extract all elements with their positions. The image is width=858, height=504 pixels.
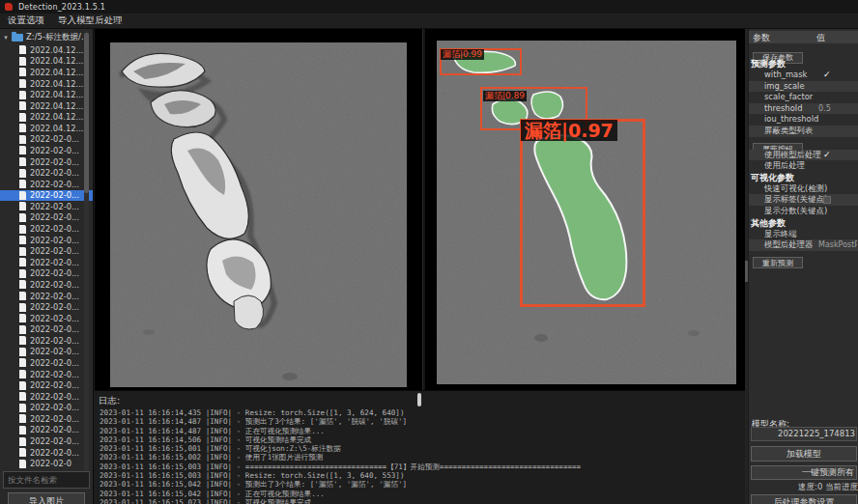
splitter-grip[interactable] (417, 393, 421, 406)
tree-item[interactable]: 2022.04.12... (0, 78, 94, 90)
chevron-down-icon[interactable]: ▾ (2, 34, 10, 42)
tree-item[interactable]: 2022-02-0... (0, 279, 94, 291)
tree-item-label: 2022.04.12... (30, 124, 83, 133)
menu-import-model-postprocess[interactable]: 导入模型后处理 (58, 14, 123, 27)
tree-root[interactable]: ▾ Z:/5-标注数据/... (0, 32, 94, 43)
file-icon (19, 303, 26, 312)
tree-item[interactable]: 2022-02-0... (0, 425, 94, 436)
file-icon (19, 348, 26, 356)
param-row[interactable]: 显示分数(关键点) (749, 206, 858, 217)
tree-scrollbar-thumb[interactable] (84, 33, 89, 193)
tree-item[interactable]: 2022-02-0... (0, 313, 94, 324)
tree-item[interactable]: 2022-02-0... (0, 235, 94, 246)
param-row[interactable]: 使用后处理 (749, 160, 858, 172)
log-line: 2023-01-11 16:16:15,001 |INFO| - 可视化json… (100, 444, 741, 453)
checkmark-icon[interactable]: ✓ (823, 70, 831, 81)
tree-item[interactable]: 2022.04.12... (0, 123, 94, 134)
search-input[interactable] (3, 471, 90, 489)
tree-item[interactable]: 2022-02-0... (0, 335, 94, 347)
param-row[interactable]: img_scale (749, 81, 858, 93)
param-row[interactable]: with_mask✓ (749, 70, 858, 81)
tree-item[interactable]: 2022-02-0... (0, 268, 94, 280)
checkbox-unchecked[interactable] (823, 196, 831, 204)
param-name: threshold (764, 103, 802, 113)
tree-item[interactable]: 2022-02-0... (0, 323, 94, 335)
param-row[interactable]: threshold0.5 (749, 103, 858, 115)
tree-item[interactable]: 2022-02-0... (0, 190, 94, 202)
tree-item[interactable]: 2022-02-0... (0, 301, 94, 313)
param-row[interactable]: 快速可视化(检测) (749, 183, 858, 195)
tree-item[interactable]: 2022-02-0... (0, 357, 94, 369)
tree-item[interactable]: 2022-02-0... (0, 291, 94, 302)
file-icon (19, 258, 26, 266)
checkmark-icon[interactable]: ✓ (823, 150, 831, 161)
file-icon (19, 57, 26, 66)
file-icon (19, 191, 26, 200)
predict-all-button[interactable]: 一键预测所有 (751, 465, 857, 480)
file-icon (19, 157, 26, 166)
tree-item[interactable]: 2022.04.12... (0, 44, 94, 56)
postprocess-settings-button[interactable]: 后处理参数设置 (751, 494, 857, 504)
params-button[interactable]: 重新预测 (753, 257, 803, 268)
menu-settings[interactable]: 设置选项 (8, 14, 44, 27)
tree-item[interactable]: 2022-02-0... (0, 403, 94, 414)
param-row[interactable]: 模型后处理器MaskPostPro (749, 239, 858, 251)
file-icon (19, 314, 26, 322)
tree-item-label: 2022-02-0... (30, 190, 79, 200)
prediction-image[interactable]: 漏箔|0.99 漏箔|0.89 漏箔|0.97 (437, 41, 736, 384)
panel-scrollbar-thumb[interactable] (745, 261, 748, 282)
log-line: 2023-01-11 16:16:14,487 |INFO| - 预测出了3个结… (100, 417, 741, 426)
model-name-field[interactable]: 20221225_174813 (751, 427, 857, 441)
tree-item[interactable]: 2022-02-0... (0, 413, 94, 425)
file-icon (19, 381, 26, 390)
tree-item[interactable]: 2022-02-0... (0, 167, 94, 179)
tree-item[interactable]: 2022-02-0... (0, 156, 94, 168)
tree-item-label: 2022.04.12... (30, 90, 83, 99)
file-icon (19, 247, 26, 256)
tree-item-label: 2022.04.12... (30, 68, 83, 77)
image-splitter[interactable] (422, 29, 425, 390)
tree-item[interactable]: 2022-02-0... (0, 391, 94, 403)
tree-item[interactable]: 2022-02-0... (0, 179, 94, 190)
tree-item[interactable]: 2022-02-0... (0, 134, 94, 146)
tree-item[interactable]: 2022-02-0... (0, 347, 94, 358)
file-icon (19, 202, 26, 210)
tree-item[interactable]: 2022-02-0... (0, 245, 94, 257)
param-row[interactable]: 显示终端 (749, 229, 858, 240)
panel-scrollbar[interactable] (745, 29, 748, 504)
tree-item[interactable]: 2022.04.12... (0, 56, 94, 68)
tree-item[interactable]: 2022-02-0... (0, 257, 94, 268)
param-row[interactable]: iou_threshold (749, 114, 858, 126)
param-row[interactable]: 使用模型后处理✓ (749, 150, 858, 161)
tree-scrollbar[interactable] (84, 31, 89, 471)
tree-item-label: 2022-02-0... (30, 425, 79, 434)
import-images-button[interactable]: 导入图片 (8, 492, 85, 504)
tree-item[interactable]: 2022-02-0... (0, 201, 94, 212)
tree-item[interactable]: 2022-02-0... (0, 447, 94, 459)
tree-item-label: 2022-02-0... (30, 180, 79, 189)
param-row[interactable]: 显示标签(关键点) (749, 194, 858, 206)
file-icon (19, 213, 26, 222)
load-model-button[interactable]: 加载模型 (751, 446, 857, 462)
param-row[interactable]: scale_factor (749, 92, 858, 103)
param-name: 使用模型后处理 (764, 150, 821, 159)
tree-item[interactable]: 2022.04.12... (0, 89, 94, 100)
log-lines[interactable]: 2023-01-11 16:16:14,435 |INFO| - Resize:… (100, 408, 741, 504)
file-icon (19, 236, 26, 244)
tree-item[interactable]: 2022-02-0... (0, 212, 94, 224)
tree-item[interactable]: 2022-02-0... (0, 223, 94, 235)
detection-box: 漏箔|0.99 (440, 48, 522, 75)
tree-item[interactable]: 2022-02-0... (0, 145, 94, 156)
folder-icon (12, 34, 23, 42)
param-row[interactable]: 屏蔽类型列表 (749, 126, 858, 137)
tree-item[interactable]: 2022.04.12... (0, 67, 94, 78)
tree-item[interactable]: 2022.04.12... (0, 100, 94, 112)
tree-item[interactable]: 2022.04.12... (0, 111, 94, 123)
source-image[interactable] (110, 42, 407, 387)
center-panel: 漏箔|0.99 漏箔|0.89 漏箔|0.97 日志: 2023-01-11 1… (95, 29, 745, 504)
tree-item[interactable]: 2022-02-0... (0, 435, 94, 447)
tree-item[interactable]: 2022-02-0... (0, 369, 94, 380)
app-icon (5, 3, 13, 11)
tree-item[interactable]: 2022-02-0... (0, 379, 94, 391)
tree-item[interactable]: 2022-02-0 (0, 458, 94, 469)
